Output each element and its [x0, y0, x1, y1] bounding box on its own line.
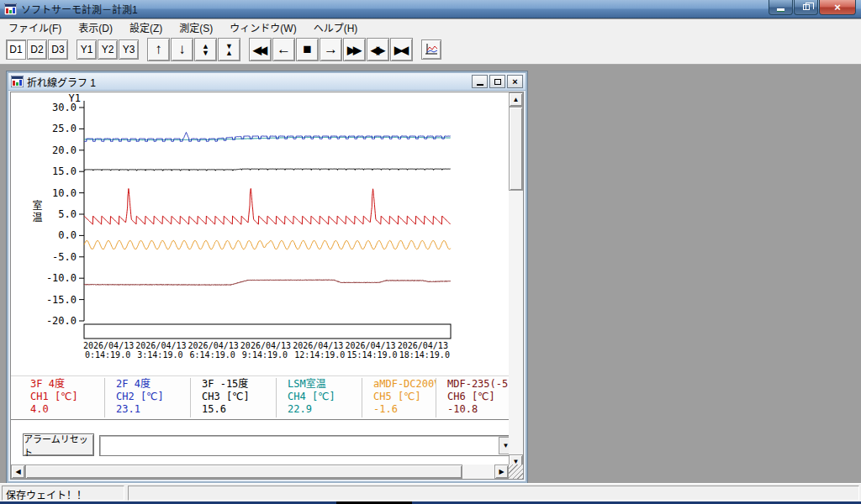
x-tick-date: 2026/04/13 [240, 341, 291, 350]
y3-button[interactable]: Y3 [119, 39, 139, 60]
alarm-strip [84, 324, 451, 339]
y2-button[interactable]: Y2 [98, 39, 118, 60]
child-minimize-button[interactable] [472, 75, 488, 88]
legend-CH1: 3F 4度CH1 [℃]4.0 [19, 378, 105, 417]
vertical-scrollbar[interactable]: ▲ ▼ [509, 92, 523, 469]
y-tick-label: -10.0 [46, 272, 77, 284]
status-panel-2 [128, 486, 859, 501]
alarm-reset-button[interactable]: アラームリセット [23, 433, 94, 456]
d3-button[interactable]: D3 [48, 39, 68, 60]
legend-CH6: MDF-235(-5℃)CH6 [℃]-10.8 [436, 378, 514, 417]
menu-item-window[interactable]: ウィンドウ(W) [221, 18, 304, 36]
scroll-up-button[interactable]: ↑ [147, 38, 170, 61]
legend-CH4-label: CH4 [℃] [277, 391, 362, 403]
series-CH6-line [84, 280, 451, 286]
expand-horizontal-button[interactable]: ◀▶ [367, 38, 389, 61]
close-button[interactable]: × [819, 0, 856, 15]
line-chart: Y130.025.020.015.010.05.00.0-5.0-10.0-15… [11, 92, 514, 374]
x-tick-date: 2026/04/13 [188, 341, 239, 350]
scrollbar-left-button[interactable]: ◀ [11, 465, 25, 479]
scroll-down-button[interactable]: ↓ [171, 38, 193, 61]
legend-CH3: 3F -15度CH3 [℃]15.6 [191, 378, 277, 417]
legend-CH2-label: CH2 [℃] [105, 391, 190, 403]
fast-forward-button[interactable]: ▶▶ [343, 38, 366, 61]
scrollbar-up-button[interactable]: ▲ [509, 92, 523, 107]
graph-window-title: 折れ線グラフ 1 [27, 75, 96, 89]
app-icon [4, 3, 17, 15]
x-tick-time: 15:14:19.0 [346, 350, 397, 360]
legend-CH3-label: CH3 [℃] [191, 391, 276, 403]
graph-content: Y130.025.020.015.010.05.00.0-5.0-10.0-15… [10, 92, 524, 480]
horizontal-scrollbar[interactable]: ◀ ▶ [11, 465, 509, 479]
scroll-right-button[interactable]: → [320, 38, 342, 61]
y-tick-label: 25.0 [52, 123, 77, 134]
legend-CH6-value: -10.8 [436, 403, 513, 416]
d1-button[interactable]: D1 [6, 39, 26, 60]
alarm-combo[interactable]: ▼ [99, 435, 515, 456]
series-CH3-line [84, 169, 451, 171]
scroll-left-button[interactable]: ← [272, 38, 295, 61]
menu-item-file[interactable]: ファイル(F) [0, 18, 70, 36]
main-titlebar[interactable]: ソフトサーモ計測－計測1 × [0, 0, 861, 18]
y-axis-title: 室温 [29, 200, 44, 223]
compress-vertical-button[interactable]: ▼▲ [218, 38, 240, 61]
channel-legend: 3F 4度CH1 [℃]4.02F 4度CH2 [℃]23.13F -15度CH… [11, 375, 509, 420]
x-tick-time: 9:14:19.0 [242, 350, 288, 360]
y-tick-label: -15.0 [46, 294, 77, 306]
y-tick-label: 0.0 [58, 229, 77, 241]
scrollbar-right-button[interactable]: ▶ [494, 465, 509, 479]
restore-button[interactable] [794, 0, 818, 15]
toolbar: D1D2D3Y1Y2Y3↑↓▲▼▼▲◀◀←■→▶▶◀▶▶◀ [0, 35, 861, 65]
legend-CH6-label: CH6 [℃] [436, 391, 513, 403]
child-maximize-button[interactable] [489, 75, 505, 88]
status-message: 保存ウェイト！！ [2, 486, 124, 501]
y-tick-label: 30.0 [52, 102, 77, 113]
menu-item-settings[interactable]: 設定(Z) [121, 18, 171, 36]
menu-bar: ファイル(F)表示(D)設定(Z)測定(S)ウィンドウ(W)ヘルプ(H) [0, 19, 861, 35]
vertical-scrollbar-thumb[interactable] [509, 107, 523, 191]
expand-vertical-button[interactable]: ▲▼ [194, 38, 217, 61]
x-tick-date: 2026/04/13 [398, 341, 448, 350]
child-close-button[interactable]: × [507, 75, 523, 88]
legend-CH5-name: aMDF-DC200V(+7 [362, 378, 436, 391]
arrow-right-icon: ▶ [499, 468, 504, 475]
legend-CH3-value: 15.6 [191, 403, 276, 416]
x-tick-time: 12:14:19.0 [294, 350, 345, 360]
menu-item-view[interactable]: 表示(D) [70, 18, 121, 36]
x-tick-date: 2026/04/13 [135, 341, 186, 350]
fast-rewind-button[interactable]: ◀◀ [249, 38, 272, 61]
d2-button[interactable]: D2 [27, 39, 47, 60]
legend-CH4: LSM室温CH4 [℃]22.9 [277, 378, 362, 417]
close-icon: × [834, 3, 841, 13]
horizontal-scrollbar-thumb[interactable] [25, 465, 462, 479]
legend-CH1-value: 4.0 [19, 403, 104, 416]
legend-CH5-label: CH5 [℃] [362, 391, 436, 403]
legend-CH5: aMDF-DC200V(+7CH5 [℃]-1.6 [362, 378, 436, 417]
legend-CH5-value: -1.6 [362, 403, 436, 416]
compress-horizontal-button[interactable]: ▶◀ [390, 38, 413, 61]
x-tick-time: 0:14:19.0 [85, 350, 130, 360]
stop-button[interactable]: ■ [296, 38, 319, 61]
graph-window-titlebar[interactable]: 折れ線グラフ 1 × [8, 73, 526, 91]
mdi-area: 折れ線グラフ 1 × Y130.025.020.015.010.05.00.0-… [0, 65, 861, 483]
legend-CH1-name: 3F 4度 [19, 378, 104, 391]
graph-settings-button[interactable] [421, 39, 441, 60]
minimize-button[interactable] [769, 0, 793, 15]
menu-item-measure[interactable]: 測定(S) [171, 18, 221, 36]
restore-icon [803, 4, 810, 10]
legend-CH6-name: MDF-235(-5℃) [436, 378, 513, 391]
child-maximize-icon [494, 79, 501, 85]
y1-button[interactable]: Y1 [77, 39, 97, 60]
arrow-left-icon: ◀ [15, 468, 20, 475]
status-bar: 保存ウェイト！！ [0, 483, 861, 501]
child-minimize-icon [477, 84, 483, 86]
window-title: ソフトサーモ計測－計測1 [21, 2, 138, 16]
legend-CH1-label: CH1 [℃] [19, 391, 104, 403]
legend-CH4-value: 22.9 [277, 403, 362, 416]
legend-CH4-name: LSM室温 [277, 378, 362, 391]
resize-grip[interactable] [509, 465, 523, 479]
y-tick-label: 15.0 [52, 165, 77, 177]
menu-item-help[interactable]: ヘルプ(H) [305, 18, 367, 36]
graph-window-icon [11, 76, 24, 87]
x-tick-time: 3:14:19.0 [137, 350, 182, 360]
